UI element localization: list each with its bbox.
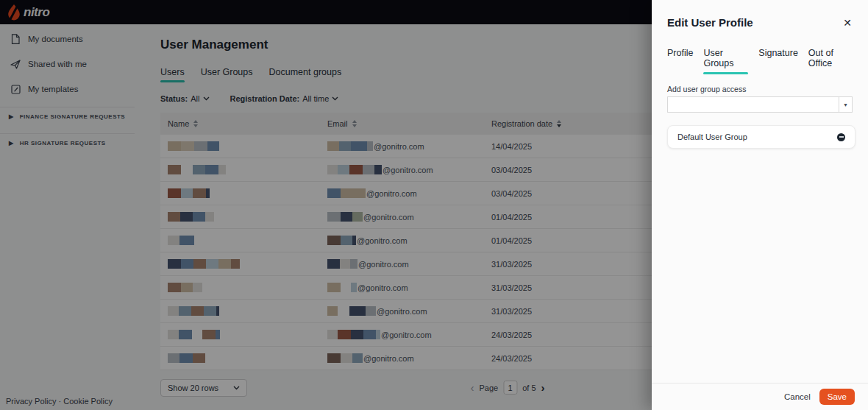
panel-tab-out-of-office[interactable]: Out of Office bbox=[808, 48, 853, 74]
add-user-group-access-label: Add user group access bbox=[652, 85, 868, 93]
combobox-dropdown-icon[interactable]: ▼ bbox=[839, 97, 852, 112]
save-button[interactable]: Save bbox=[819, 389, 855, 405]
user-group-combobox: ▼ bbox=[667, 96, 853, 113]
screen: nitro My documents Shared with me My tem… bbox=[0, 0, 868, 410]
user-group-card: Default User Group bbox=[667, 125, 855, 149]
panel-footer: Cancel Save bbox=[652, 383, 868, 410]
close-icon[interactable]: ✕ bbox=[843, 18, 852, 28]
user-group-name: Default User Group bbox=[677, 132, 747, 141]
panel-tab-user-groups[interactable]: User Groups bbox=[703, 48, 748, 74]
remove-minus-icon[interactable] bbox=[837, 133, 845, 141]
panel-tabs: Profile User Groups Signature Out of Off… bbox=[652, 48, 868, 74]
modal-dim-overlay[interactable] bbox=[0, 0, 652, 410]
user-group-input[interactable] bbox=[668, 97, 839, 112]
panel-tab-signature[interactable]: Signature bbox=[758, 48, 798, 74]
panel-tab-profile[interactable]: Profile bbox=[667, 48, 693, 74]
cancel-button[interactable]: Cancel bbox=[784, 392, 811, 401]
panel-title: Edit User Profile bbox=[667, 16, 753, 29]
panel-header: Edit User Profile ✕ bbox=[652, 0, 868, 29]
edit-user-profile-panel: Edit User Profile ✕ Profile User Groups … bbox=[652, 0, 868, 410]
